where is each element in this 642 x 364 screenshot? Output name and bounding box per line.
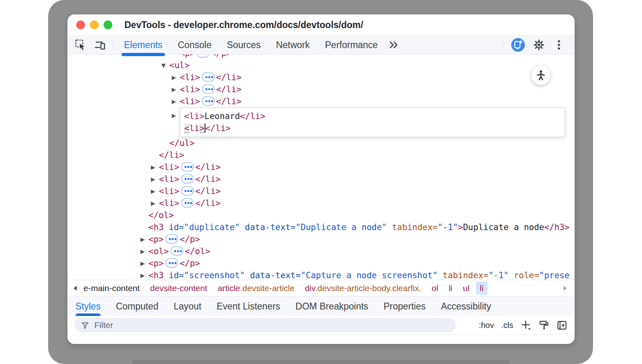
tab-performance[interactable]: Performance bbox=[325, 36, 378, 54]
toggle-element-state-button[interactable]: :hov bbox=[479, 321, 494, 330]
breadcrumb-scroll-right-icon[interactable] bbox=[561, 285, 570, 291]
dom-tree-row[interactable]: <h3 id="duplicate" data-text="Duplicate … bbox=[67, 221, 575, 233]
dom-tree-row[interactable]: ▶<h3 id="screenshot" data-text="Capture … bbox=[67, 269, 575, 280]
dom-token: li bbox=[189, 123, 199, 133]
ellipsis-expand-icon[interactable] bbox=[202, 96, 215, 106]
dom-tree-row[interactable]: ▶<li></li> bbox=[67, 161, 575, 173]
dom-tree-row[interactable]: ▶<li></li> bbox=[67, 173, 575, 185]
breadcrumb-item-5[interactable]: li bbox=[445, 282, 456, 295]
chevron-right-icon[interactable]: ▶ bbox=[172, 71, 180, 83]
tab-network[interactable]: Network bbox=[276, 36, 310, 54]
ellipsis-expand-icon[interactable] bbox=[181, 198, 194, 208]
dom-tree-row[interactable]: ▶<li></li> bbox=[67, 185, 575, 197]
ellipsis-expand-icon[interactable] bbox=[202, 84, 215, 94]
breadcrumb-token: div bbox=[305, 283, 315, 293]
breadcrumb-item-3[interactable]: div.devsite-article-body.clearfix. bbox=[301, 282, 425, 295]
breadcrumb-token: ol bbox=[432, 283, 438, 293]
chevron-right-icon[interactable]: ▶ bbox=[172, 83, 180, 95]
chevron-right-icon[interactable]: ▶ bbox=[140, 245, 148, 257]
dom-token: Duplicate a node bbox=[463, 221, 544, 233]
ellipsis-expand-icon[interactable] bbox=[171, 246, 183, 256]
accessibility-widget-button[interactable] bbox=[531, 66, 551, 85]
dom-tree-row[interactable]: ▶<li></li> bbox=[67, 71, 575, 83]
dom-edit-line: <li></li> bbox=[184, 122, 561, 134]
dom-tree-row[interactable]: </ul> bbox=[67, 137, 575, 149]
toolbar-right-controls bbox=[503, 38, 565, 52]
dom-tree-row[interactable]: </li> bbox=[67, 149, 575, 161]
dom-token bbox=[509, 269, 514, 280]
chevron-right-icon[interactable]: ▶ bbox=[140, 257, 148, 269]
chevron-right-icon[interactable]: ▶ bbox=[151, 185, 159, 197]
dom-token: <ol> bbox=[148, 245, 169, 257]
dom-tree-row[interactable]: ▶<li></li> bbox=[67, 83, 575, 95]
chevron-right-icon[interactable]: ▶ bbox=[172, 95, 180, 107]
breadcrumb-item-1[interactable]: devsite-content bbox=[146, 282, 211, 295]
tab-properties[interactable]: Properties bbox=[384, 297, 426, 316]
dom-token: <p> bbox=[180, 55, 195, 59]
dom-tree-row[interactable]: ▶<li>Leonard</li><li></li> bbox=[67, 107, 575, 137]
dom-tree-row[interactable]: ▼<ul> bbox=[67, 59, 575, 71]
chevron-right-icon[interactable]: ▶ bbox=[151, 161, 159, 173]
dom-token: <h3 bbox=[148, 269, 169, 280]
devtools-toolbar: ElementsConsoleSourcesNetworkPerformance bbox=[67, 35, 575, 55]
dom-token: </h3> bbox=[544, 221, 569, 233]
close-window-button[interactable] bbox=[76, 20, 85, 29]
ellipsis-expand-icon[interactable] bbox=[181, 186, 194, 196]
dom-token: data-text= bbox=[245, 221, 295, 233]
ai-assistance-icon[interactable] bbox=[511, 38, 525, 52]
tab-layout[interactable]: Layout bbox=[174, 297, 201, 316]
ellipsis-expand-icon[interactable] bbox=[181, 162, 194, 172]
breadcrumb-item-4[interactable]: ol bbox=[428, 282, 442, 295]
ellipsis-expand-icon[interactable] bbox=[181, 174, 194, 184]
dom-token: </li> bbox=[195, 173, 221, 185]
breadcrumb-token: li bbox=[449, 283, 452, 293]
breadcrumb-item-0[interactable]: e-main-content bbox=[79, 282, 144, 295]
minimize-window-button[interactable] bbox=[90, 20, 99, 29]
chevron-right-icon[interactable]: ▶ bbox=[140, 233, 148, 245]
dom-tree-row[interactable]: </ol> bbox=[67, 209, 575, 221]
paint-roller-icon[interactable] bbox=[539, 320, 549, 331]
inspect-icon[interactable] bbox=[75, 39, 87, 51]
ellipsis-expand-icon[interactable] bbox=[202, 72, 215, 82]
zoom-window-button[interactable] bbox=[104, 20, 112, 29]
breadcrumb-item-6[interactable]: ul bbox=[459, 282, 473, 295]
settings-gear-icon[interactable] bbox=[533, 39, 545, 51]
chevron-down-icon[interactable]: ▼ bbox=[161, 59, 169, 71]
chevron-right-icon[interactable]: ▶ bbox=[151, 197, 159, 209]
breadcrumb-item-7[interactable]: li bbox=[476, 282, 488, 295]
element-classes-button[interactable]: .cls bbox=[501, 321, 513, 330]
more-tabs-chevron[interactable] bbox=[388, 40, 399, 49]
tab-event-listeners[interactable]: Event Listeners bbox=[217, 297, 280, 316]
breadcrumb-item-2[interactable]: article.devsite-article bbox=[214, 282, 299, 295]
ellipsis-expand-icon[interactable] bbox=[165, 234, 178, 244]
dom-edit-box[interactable]: <li>Leonard</li><li></li> bbox=[180, 107, 565, 137]
chevron-right-icon[interactable]: ▶ bbox=[151, 173, 159, 185]
tab-accessibility[interactable]: Accessibility bbox=[441, 297, 491, 316]
ellipsis-expand-icon[interactable] bbox=[197, 55, 209, 58]
chevron-right-icon[interactable]: ▶ bbox=[140, 269, 148, 280]
filter-input[interactable]: Filter bbox=[75, 318, 456, 332]
dom-tree-row[interactable]: ▶<p></p> bbox=[67, 257, 575, 269]
dom-token: tabindex= bbox=[443, 269, 488, 280]
new-style-rule-button[interactable] bbox=[520, 320, 532, 331]
dom-token bbox=[245, 269, 250, 280]
device-toolbar-icon[interactable] bbox=[94, 39, 106, 51]
dom-token: < bbox=[184, 123, 189, 133]
tab-console[interactable]: Console bbox=[178, 36, 211, 54]
chevron-right-icon[interactable]: ▶ bbox=[172, 109, 180, 121]
kebab-menu-icon[interactable] bbox=[553, 39, 565, 51]
tab-styles[interactable]: Styles bbox=[75, 297, 101, 316]
tab-elements[interactable]: Elements bbox=[124, 36, 163, 54]
tab-computed[interactable]: Computed bbox=[116, 297, 158, 316]
dom-token: "-1" bbox=[438, 221, 458, 233]
tab-dom-breakpoints[interactable]: DOM Breakpoints bbox=[295, 297, 368, 316]
dom-tree-row[interactable]: ▶<p></p> bbox=[67, 233, 575, 245]
toggle-sidebar-button[interactable] bbox=[557, 320, 567, 331]
dom-tree-row[interactable]: ▶<ol></ol> bbox=[67, 245, 575, 257]
ellipsis-expand-icon[interactable] bbox=[165, 258, 178, 268]
breadcrumb-scroll-left-icon[interactable] bbox=[71, 285, 79, 291]
tab-sources[interactable]: Sources bbox=[227, 36, 260, 54]
dom-token: </li> bbox=[205, 123, 231, 133]
dom-tree-row[interactable]: ▶<li></li> bbox=[67, 95, 575, 107]
dom-tree-row[interactable]: ▶<li></li> bbox=[67, 197, 575, 209]
